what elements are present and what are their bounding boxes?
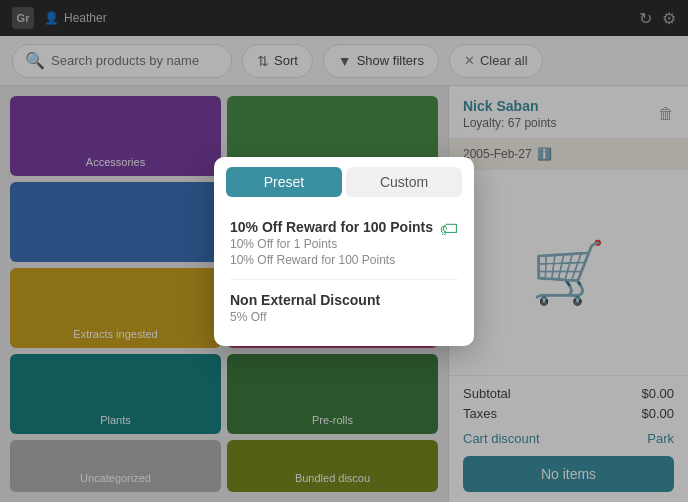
discount-item[interactable]: Non External Discount5% Off — [230, 280, 458, 336]
discount-sub1: 10% Off for 1 Points — [230, 237, 433, 251]
discount-title: Non External Discount — [230, 292, 380, 308]
modal-overlay: Preset Custom 10% Off Reward for 100 Poi… — [0, 0, 688, 502]
discount-title: 10% Off Reward for 100 Points — [230, 219, 433, 235]
tab-custom[interactable]: Custom — [346, 167, 462, 197]
tab-preset[interactable]: Preset — [226, 167, 342, 197]
discount-sub1: 5% Off — [230, 310, 380, 324]
discount-list: 10% Off Reward for 100 Points10% Off for… — [214, 197, 474, 346]
discount-sub2: 10% Off Reward for 100 Points — [230, 253, 433, 267]
discount-info: 10% Off Reward for 100 Points10% Off for… — [230, 219, 433, 267]
discount-item[interactable]: 10% Off Reward for 100 Points10% Off for… — [230, 207, 458, 280]
discount-info: Non External Discount5% Off — [230, 292, 380, 324]
discount-modal: Preset Custom 10% Off Reward for 100 Poi… — [214, 157, 474, 346]
modal-tabs: Preset Custom — [214, 157, 474, 197]
discount-badge-icon: 🏷 — [440, 219, 458, 240]
